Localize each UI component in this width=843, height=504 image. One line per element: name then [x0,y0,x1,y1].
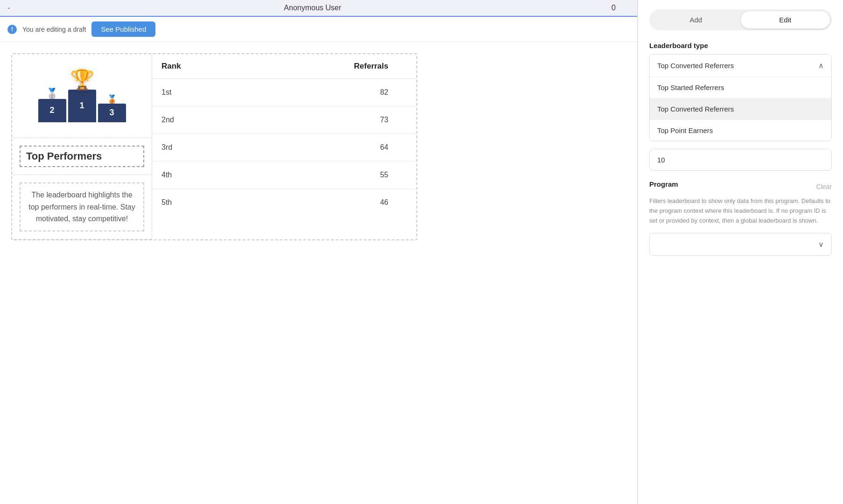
draft-bar: ! You are editing a draft See Published [0,17,637,42]
gold-trophy-icon: 🏆 [70,70,94,90]
table-row: 5th 46 [152,189,416,216]
left-panel: - Anonymous User 0 ! You are editing a d… [0,0,638,504]
description-section: The leaderboard highlights the top perfo… [12,175,152,239]
podium-first: 🏆 1 [68,70,96,122]
rank-label-4th: 4th [162,171,380,179]
widget-left: 🥈 2 🏆 1 [12,54,152,239]
rank-value-4th: 55 [380,171,407,179]
leaderboard-type-dropdown[interactable]: Top Converted Referrers ∧ Top Started Re… [649,54,832,141]
number-input[interactable] [649,149,832,171]
trophy-illustration: 🥈 2 🏆 1 [38,70,126,122]
rank-value-3rd: 64 [380,143,407,152]
draft-text: You are editing a draft [22,26,86,33]
rank-column-header: Rank [162,62,354,71]
add-edit-toggle: Add Edit [649,9,832,30]
rank-table: Rank Referrals 1st 82 2nd 73 [152,54,416,216]
trophy-section: 🥈 2 🏆 1 [12,54,152,138]
podium-block-1: 1 [68,90,96,122]
rank-label-5th: 5th [162,198,380,207]
rank-label-3rd: 3rd [162,143,380,152]
podium-third: 🥉 3 [98,95,126,122]
right-panel: Add Edit Leaderboard type Top Converted … [638,0,843,504]
table-row: 2nd 73 [152,106,416,134]
chevron-down-icon: ∨ [818,240,824,249]
podium-second: 🥈 2 [38,89,66,122]
top-bar-dash: - [7,4,10,12]
chevron-up-icon: ∧ [818,61,824,70]
title-section: Top Performers [12,138,152,175]
podium-block-2: 2 [38,99,66,122]
table-row: 1st 82 [152,79,416,106]
edit-tab-button[interactable]: Edit [741,11,830,28]
option-top-point-earners[interactable]: Top Point Earners [650,120,831,141]
referrals-column-header: Referrals [354,62,407,71]
dropdown-header[interactable]: Top Converted Referrers ∧ [650,55,831,77]
clear-program-button[interactable]: Clear [816,183,832,190]
rank-value-2nd: 73 [380,116,407,124]
see-published-button[interactable]: See Published [91,21,155,37]
bronze-trophy-icon: 🥉 [107,95,117,104]
option-top-converted-referrers[interactable]: Top Converted Referrers [650,98,831,120]
widget-title[interactable]: Top Performers [20,146,144,167]
rank-table-header: Rank Referrals [152,54,416,79]
leaderboard-widget: 🥈 2 🏆 1 [11,53,417,240]
rank-value-1st: 82 [380,88,407,97]
widget-right: Rank Referrals 1st 82 2nd 73 [152,54,416,239]
program-header: Program Clear [649,180,832,193]
table-row: 4th 55 [152,161,416,189]
dropdown-options-list: Top Started Referrers Top Converted Refe… [650,77,831,141]
draft-warning-icon: ! [7,25,17,34]
leaderboard-content: 🥈 2 🏆 1 [0,42,637,504]
rank-label-1st: 1st [162,88,380,97]
rank-label-2nd: 2nd [162,116,380,124]
leaderboard-type-label: Leaderboard type [649,42,832,49]
add-tab-button[interactable]: Add [651,11,741,28]
anonymous-user-label: Anonymous User [14,4,611,12]
program-description: Filters leaderboard to show only data fr… [649,196,832,225]
rank-value-5th: 46 [380,198,407,207]
program-dropdown[interactable]: ∨ [649,233,832,256]
option-top-started-referrers[interactable]: Top Started Referrers [650,77,831,98]
podium-block-3: 3 [98,104,126,122]
program-label: Program [649,180,678,188]
top-bar-count: 0 [611,4,630,12]
top-bar: - Anonymous User 0 [0,0,637,17]
silver-trophy-icon: 🥈 [46,89,58,99]
table-row: 3rd 64 [152,134,416,161]
widget-description[interactable]: The leaderboard highlights the top perfo… [20,182,144,231]
dropdown-selected-value: Top Converted Referrers [657,62,734,70]
